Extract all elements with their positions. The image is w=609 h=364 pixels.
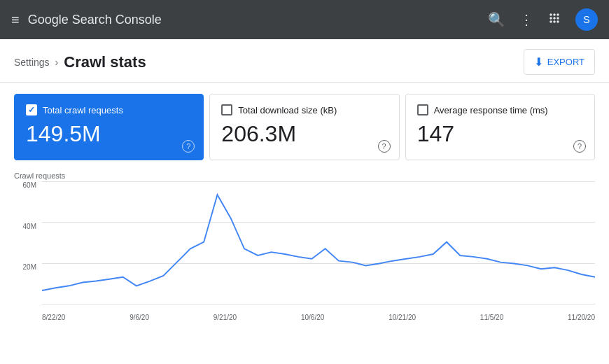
user-avatar[interactable]: S: [575, 8, 598, 31]
stat-value-total-crawl: 149.5M: [26, 121, 192, 147]
page-header: Settings › Crawl stats ⬇ EXPORT: [0, 39, 609, 83]
stat-card-total-download[interactable]: Total download size (kB) 206.3M ?: [209, 94, 399, 160]
x-label-10-21: 10/21/20: [388, 314, 416, 321]
chart-area: Crawl requests 60M 40M 20M 8/22/20 9/6/2…: [14, 172, 595, 321]
x-label-9-21: 9/21/20: [214, 314, 237, 321]
x-label-10-6: 10/6/20: [301, 314, 324, 321]
stat-label-avg-response: Average response time (ms): [434, 105, 548, 115]
x-label-9-6: 9/6/20: [130, 314, 149, 321]
grid-line-0: [42, 304, 595, 304]
stat-value-avg-response: 147: [417, 121, 583, 147]
y-label-20m: 20M: [14, 263, 39, 271]
top-navigation: ≡ Google Search Console 🔍 ⋮ S: [0, 0, 609, 39]
apps-icon[interactable]: [547, 11, 561, 29]
menu-icon[interactable]: ≡: [11, 12, 20, 28]
stat-label-total-download: Total download size (kB): [238, 105, 337, 115]
stat-label-total-crawl: Total crawl requests: [43, 105, 123, 115]
page-title: Crawl stats: [64, 53, 146, 71]
chart-container: 60M 40M 20M 8/22/20 9/6/20 9/21/20 10/6/…: [14, 181, 595, 321]
app-logo: Google Search Console: [28, 13, 479, 27]
stat-help-total-crawl[interactable]: ?: [182, 140, 195, 153]
stat-checkbox-total-crawl: ✓: [26, 104, 37, 115]
topnav-actions: 🔍 ⋮ S: [488, 8, 598, 31]
breadcrumb-settings-link[interactable]: Settings: [14, 57, 50, 68]
logo-text: Google Search Console: [28, 13, 162, 27]
stat-card-avg-response[interactable]: Average response time (ms) 147 ?: [405, 94, 595, 160]
x-label-8-22: 8/22/20: [42, 314, 65, 321]
export-button[interactable]: ⬇ EXPORT: [524, 49, 595, 75]
x-label-11-20: 11/20/20: [568, 314, 595, 321]
checkmark-icon: ✓: [28, 105, 35, 115]
x-label-11-5: 11/5/20: [480, 314, 503, 321]
stat-help-total-download[interactable]: ?: [378, 140, 391, 153]
y-label-40m: 40M: [14, 223, 39, 230]
search-icon[interactable]: 🔍: [488, 11, 505, 28]
export-icon: ⬇: [534, 55, 543, 69]
chart-y-axis-label: Crawl requests: [14, 172, 595, 180]
y-axis-labels: 60M 40M 20M: [14, 181, 39, 304]
y-label-60m: 60M: [14, 181, 39, 189]
stat-checkbox-total-download: [221, 104, 232, 115]
stat-checkbox-avg-response: [417, 104, 428, 115]
stat-card-total-crawl[interactable]: ✓ Total crawl requests 149.5M ?: [14, 94, 204, 160]
stats-row: ✓ Total crawl requests 149.5M ? Total do…: [14, 94, 595, 160]
breadcrumb: Settings › Crawl stats: [14, 53, 146, 71]
stat-value-total-download: 206.3M: [221, 121, 387, 147]
stat-help-avg-response[interactable]: ?: [573, 140, 586, 153]
x-axis-labels: 8/22/20 9/6/20 9/21/20 10/6/20 10/21/20 …: [42, 314, 595, 321]
more-options-icon[interactable]: ⋮: [519, 11, 533, 28]
breadcrumb-chevron-icon: ›: [55, 57, 59, 68]
chart-svg: [42, 181, 595, 300]
export-label: EXPORT: [547, 57, 584, 67]
